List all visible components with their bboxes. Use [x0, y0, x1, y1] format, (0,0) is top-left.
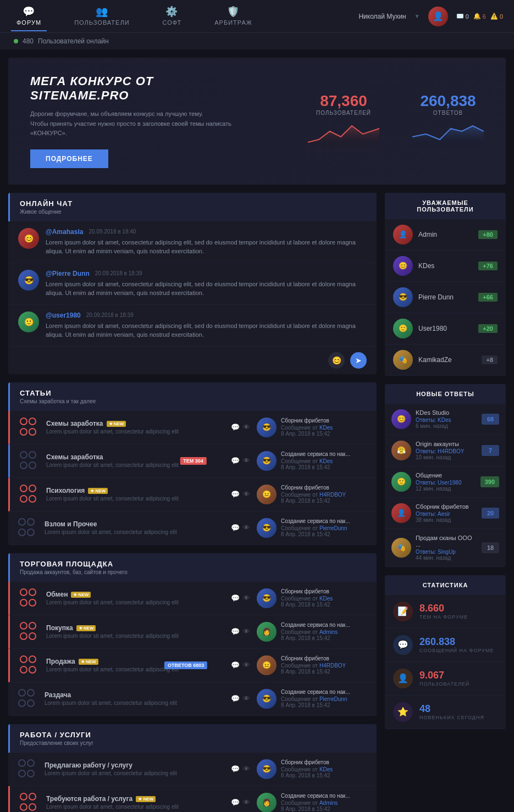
chat-user-1[interactable]: @Amahasla	[46, 228, 83, 236]
work-icon-2	[20, 793, 40, 812]
icon-circle	[18, 770, 26, 777]
chat-edit-1[interactable]: ✏	[362, 238, 368, 246]
stat-eye-icon: 👁	[243, 594, 250, 602]
main-layout: ОНЛАЙН ЧАТ Живое общение 😊 @Amahasla 20.…	[0, 193, 514, 812]
last-info-3: Сборник фрибетов Сообщение от H4RDBOY 8 …	[281, 485, 346, 504]
chat-delete-1[interactable]: ✕	[352, 238, 358, 246]
stat-icon-2: 💬	[393, 635, 413, 655]
stat-text-3: 9.067 ПОЛЬЗОВАТЕЛЕЙ	[419, 670, 469, 687]
chat-user-3[interactable]: @user1980	[46, 312, 81, 319]
nav-items: 💬 ФОРУМ 👥 ПОЛЬЗОВАТЕЛИ ⚙️ СОФТ 🛡️ АРБИТР…	[11, 1, 358, 31]
stat-eye-icon: 👁	[243, 694, 250, 703]
chat-delete-3[interactable]: ✕	[352, 321, 358, 330]
chat-text-1: Lorem ipsum dolor sit amet, consectetur …	[46, 238, 367, 256]
icon-circle	[27, 529, 35, 536]
chat-user-2[interactable]: @Pierre Dunn	[46, 270, 90, 277]
stat-msg-icon: 💬	[231, 765, 240, 773]
stats-title: СТАТИСТИКА	[393, 582, 498, 588]
hero-button[interactable]: ПОДРОБНЕЕ	[30, 149, 108, 168]
new-badge-m1: ★ NEW	[71, 592, 91, 598]
nav-arbitrage[interactable]: 🛡️ АРБИТРАЖ	[209, 1, 258, 31]
icon-circle	[29, 666, 36, 674]
top-user-score-4: +20	[478, 324, 498, 333]
chat-message-1: 😊 @Amahasla 20.09.2018 в 18:40 Lorem ips…	[8, 221, 377, 263]
icon-circle	[29, 599, 36, 607]
icon-circle	[20, 599, 27, 607]
nav-soft[interactable]: ⚙️ СОФТ	[157, 1, 187, 31]
article-last-4: 😎 Создание сервиса по нак... Сообщение о…	[257, 518, 367, 538]
chat-header: ОНЛАЙН ЧАТ Живое общение	[8, 193, 377, 221]
emoji-button[interactable]: 😊	[328, 352, 345, 369]
article-stats-2: 💬 👁	[231, 457, 250, 465]
work-name-1: Предлагаю работу / услугу	[45, 761, 224, 769]
icon-circle	[29, 655, 36, 663]
icon-circle	[29, 803, 36, 811]
reply-avatar-4: 👤	[391, 503, 411, 523]
market-last-2: 👩 Создание сервиса по нак... Сообщение о…	[257, 622, 367, 642]
market-stats-4: 💬 👁	[231, 694, 250, 703]
last-meta-3: Сообщение от H4RDBOY	[281, 492, 346, 498]
chat-time-3: 20.09.2018 в 18:39	[86, 312, 134, 318]
last-avatar-w1: 😎	[257, 759, 277, 779]
last-meta-w1: Сообщение от KDes	[281, 766, 333, 772]
reply-count-4: 20	[482, 508, 499, 519]
nav-right: Николай Мухин ▼ 👤 ✉️ 0 🔔 6 ⚠️ 0	[358, 7, 503, 26]
chat-edit-3[interactable]: ✏	[362, 321, 368, 330]
work-section: РАБОТА / УСЛУГИ Предоставление своих усл…	[8, 724, 377, 812]
last-meta-w2: Сообщение от Admins	[281, 800, 350, 806]
dropdown-arrow[interactable]: ▼	[414, 13, 420, 19]
article-name-3: Психология ★ NEW	[46, 487, 224, 494]
icon-circle	[20, 588, 27, 596]
market-name-1: Обмен ★ NEW	[46, 591, 224, 598]
left-column: ОНЛАЙН ЧАТ Живое общение 😊 @Amahasla 20.…	[8, 193, 377, 812]
market-icon-1	[20, 588, 40, 608]
top-users-header: УВАЖАЕМЫЕ ПОЛЬЗОВАТЕЛИ	[385, 193, 506, 219]
article-stats-4: 💬 👁	[231, 524, 250, 532]
chat-edit-2[interactable]: ✏	[362, 280, 368, 288]
reply-meta-5: Ответы: SingUp	[416, 549, 477, 555]
icon-circle	[29, 588, 36, 596]
chat-section: ОНЛАЙН ЧАТ Живое общение 😊 @Amahasla 20.…	[8, 193, 377, 374]
nav-users[interactable]: 👥 ПОЛЬЗОВАТЕЛИ	[69, 1, 135, 31]
stat-msg-icon: 💬	[231, 694, 240, 703]
top-user-score-1: +80	[478, 230, 498, 239]
icon-circle	[27, 759, 35, 767]
top-user-2: 😊 KDes +76	[385, 251, 506, 282]
stats-section: СТАТИСТИКА 📝 8.660 ТЕМ НА ФОРУМЕ 💬 260.8…	[385, 575, 506, 729]
send-button[interactable]: ➤	[350, 352, 367, 369]
article-info-4: Взлом и Прочее Lorem ipsum dolor sit ame…	[45, 520, 224, 535]
nav-avatar[interactable]: 👤	[428, 7, 448, 26]
online-label: Пользователей онлайн	[38, 37, 109, 45]
articles-subtitle: Схемы заработка и так далее	[20, 398, 367, 404]
mail-badge: ✉️ 0	[456, 13, 469, 20]
chat-delete-2[interactable]: ✕	[352, 280, 358, 288]
stat-eye-icon: 👁	[243, 457, 250, 465]
last-avatar-w2: 👩	[257, 793, 277, 812]
icon-circle	[18, 759, 26, 767]
icon-circle	[18, 518, 26, 526]
market-last-3: 😐 Сборник фрибетов Сообщение от H4RDBOY …	[257, 655, 367, 675]
article-name-1: Схемы заработка ★ NEW	[46, 420, 224, 427]
icon-circle	[20, 632, 27, 640]
nav-forum[interactable]: 💬 ФОРУМ	[11, 1, 47, 31]
chat-body-3: @user1980 20.09.2018 в 18:39 Lorem ipsum…	[46, 312, 367, 340]
stat-msg-icon: 💬	[231, 423, 240, 431]
chat-footer: 😊 ➤	[8, 347, 377, 374]
reply-count-1: 68	[482, 414, 499, 425]
top-user-avatar-5: 🎭	[393, 350, 413, 370]
stat-text-2: 260.838 СООБЩЕНИЙ НА ФОРУМЕ	[419, 636, 494, 653]
work-header: РАБОТА / УСЛУГИ Предоставление своих усл…	[8, 724, 377, 753]
reply-meta-3: Ответы: User1980	[416, 480, 476, 486]
work-stats-2: 💬 👁	[231, 798, 250, 807]
chat-title: ОНЛАЙН ЧАТ	[20, 199, 367, 208]
top-user-avatar-3: 😎	[393, 287, 413, 307]
hero-title: МЕГА КОНКУРС ОТ SITENAME.PRO	[30, 74, 239, 103]
chat-subtitle: Живое общение	[20, 209, 367, 215]
icon-circle	[27, 699, 35, 707]
icon-circle	[27, 770, 35, 777]
market-stats-1: 💬 👁	[231, 594, 250, 602]
market-item-3: Продажа ★ NEW Lorem ipsum dolor sit amet…	[8, 649, 377, 682]
users-icon: 👥	[96, 5, 108, 18]
market-info-2: Покупка ★ NEW Lorem ipsum dolor sit amet…	[46, 624, 224, 639]
article-desc-1: Lorem ipsum dolor sit amet, consectetur …	[46, 429, 224, 435]
